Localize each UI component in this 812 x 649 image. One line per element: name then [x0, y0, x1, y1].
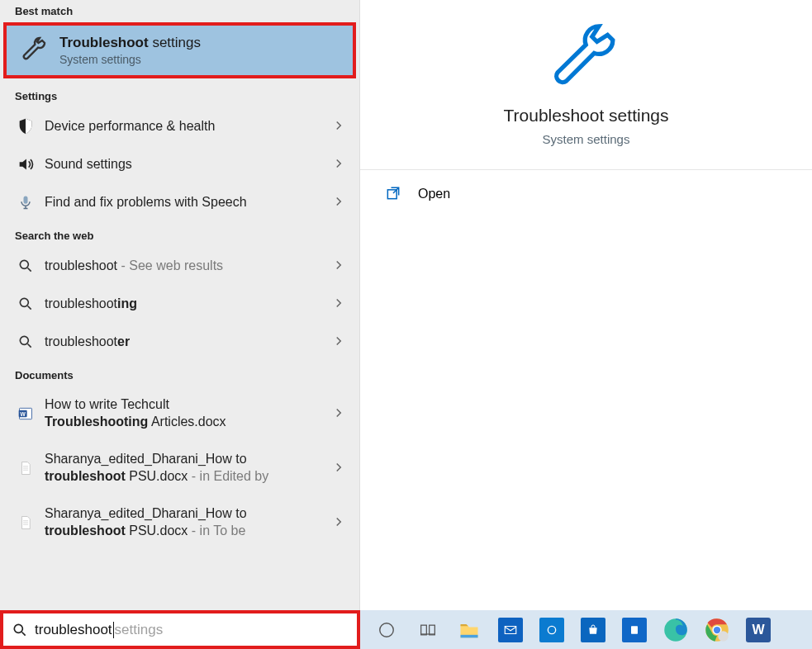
settings-item-sound[interactable]: Sound settings: [0, 145, 359, 183]
chevron-right-icon: [331, 118, 348, 135]
item-label: troubleshooting: [45, 296, 331, 313]
mic-icon: [15, 192, 36, 213]
best-match-title: Troubleshoot settings: [59, 35, 201, 51]
doc-icon: [15, 512, 36, 533]
svg-text:W: W: [21, 411, 26, 417]
preview-hero: Troubleshoot settings System settings: [360, 0, 812, 170]
chevron-right-icon: [331, 156, 348, 173]
results-column: Best match Troubleshoot settings System …: [0, 0, 360, 610]
svg-rect-14: [631, 626, 638, 633]
item-label: Sharanya_edited_Dharani_How to troublesh…: [45, 451, 331, 486]
search-icon: [15, 293, 36, 315]
item-label: How to write Techcult Troubleshooting Ar…: [45, 396, 331, 431]
svg-rect-10: [421, 625, 427, 635]
taskbar-word[interactable]: W: [740, 613, 776, 647]
taskbar-search-box[interactable]: troubleshoot settings: [0, 610, 360, 649]
preview-subtitle: System settings: [543, 132, 630, 146]
section-settings: Settings: [0, 78, 359, 107]
svg-point-3: [20, 336, 28, 344]
chevron-right-icon: [331, 334, 348, 350]
web-item-troubleshoot[interactable]: troubleshoot - See web results: [0, 247, 359, 285]
section-documents: Documents: [0, 361, 359, 386]
svg-point-1: [20, 260, 28, 268]
wrench-icon: [18, 34, 51, 67]
chevron-right-icon: [331, 514, 348, 531]
taskbar-pinned-apps: W: [360, 613, 776, 647]
item-label: Find and fix problems with Speech: [45, 194, 331, 211]
taskbar-store[interactable]: [575, 613, 611, 647]
preview-title: Troubleshoot settings: [503, 106, 668, 126]
taskbar-task-view[interactable]: [410, 613, 446, 647]
open-label: Open: [418, 187, 450, 201]
settings-item-device-performance[interactable]: Device performance & health: [0, 107, 359, 145]
chevron-right-icon: [331, 296, 348, 312]
search-ghost-text: settings: [115, 622, 164, 638]
document-item-3[interactable]: Sharanya_edited_Dharani_How to troublesh…: [0, 495, 359, 550]
search-typed-text: troubleshoot: [35, 622, 112, 638]
document-item-2[interactable]: Sharanya_edited_Dharani_How to troublesh…: [0, 441, 359, 495]
taskbar-app-dell[interactable]: [534, 613, 570, 647]
open-icon: [385, 185, 403, 203]
item-label: troubleshooter: [45, 334, 331, 351]
wrench-icon: [549, 23, 624, 97]
svg-point-2: [20, 298, 28, 306]
svg-point-19: [718, 631, 729, 642]
item-label: Sharanya_edited_Dharani_How to troublesh…: [45, 505, 331, 540]
svg-point-13: [548, 626, 555, 633]
search-icon: [15, 255, 36, 277]
section-best-match: Best match: [0, 0, 359, 22]
taskbar: troubleshoot settings W: [0, 610, 812, 649]
chevron-right-icon: [331, 194, 348, 211]
search-popup: Best match Troubleshoot settings System …: [0, 0, 812, 610]
taskbar-cortana[interactable]: [368, 613, 405, 647]
chevron-right-icon: [331, 460, 348, 476]
taskbar-edge[interactable]: [658, 613, 694, 647]
word-doc-icon: W: [15, 403, 36, 424]
taskbar-chrome[interactable]: [699, 613, 735, 647]
taskbar-app-blue[interactable]: [616, 613, 653, 647]
open-action[interactable]: Open: [360, 170, 812, 218]
item-label: Sound settings: [45, 156, 331, 173]
doc-icon: [15, 457, 36, 479]
svg-point-8: [14, 624, 22, 632]
svg-rect-0: [24, 197, 28, 204]
chevron-right-icon: [331, 405, 348, 422]
best-match-subtitle: System settings: [59, 53, 201, 66]
document-item-1[interactable]: W How to write Techcult Troubleshooting …: [0, 386, 359, 441]
item-label: Device performance & health: [45, 118, 331, 135]
svg-point-18: [714, 626, 720, 632]
settings-item-speech[interactable]: Find and fix problems with Speech: [0, 183, 359, 221]
svg-rect-12: [461, 634, 478, 637]
taskbar-file-explorer[interactable]: [451, 613, 487, 647]
best-match-text: Troubleshoot settings System settings: [59, 35, 201, 66]
shield-icon: [15, 116, 36, 137]
item-label: troubleshoot - See web results: [45, 258, 331, 275]
web-item-troubleshooter[interactable]: troubleshooter: [0, 323, 359, 361]
search-icon: [15, 331, 36, 353]
search-icon: [12, 622, 28, 638]
sound-icon: [15, 154, 36, 175]
best-match-item-troubleshoot-settings[interactable]: Troubleshoot settings System settings: [3, 22, 356, 78]
text-cursor: [113, 622, 114, 638]
svg-point-9: [380, 623, 394, 637]
section-search-web: Search the web: [0, 221, 359, 247]
chevron-right-icon: [331, 258, 348, 274]
web-item-troubleshooting[interactable]: troubleshooting: [0, 285, 359, 323]
svg-rect-11: [430, 625, 435, 635]
preview-column: Troubleshoot settings System settings Op…: [360, 0, 812, 610]
taskbar-mail[interactable]: [492, 613, 529, 647]
